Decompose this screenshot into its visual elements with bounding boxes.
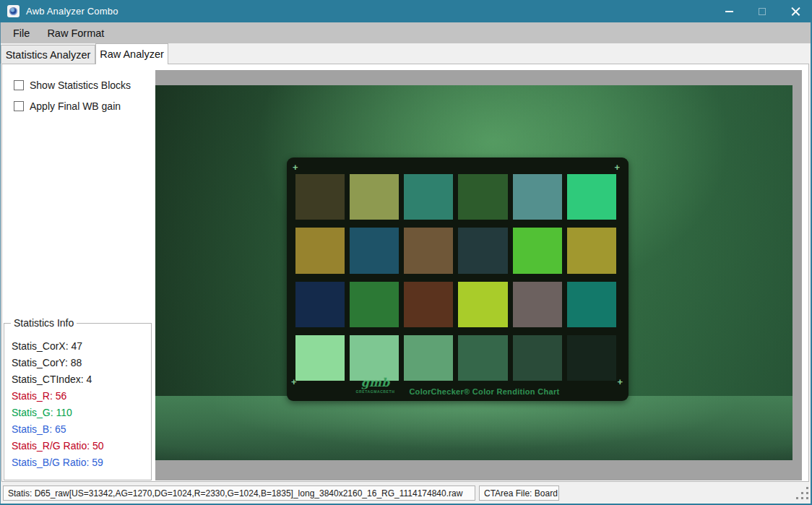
raw-image: + + + + gmbGRETAGMACBETH ColorChecker® C… (155, 85, 792, 460)
tabstrip: Statistics Analyzer Raw Analyzer (0, 43, 812, 64)
color-patch (567, 335, 616, 381)
raw-image-viewport: + + + + gmbGRETAGMACBETH ColorChecker® C… (155, 70, 802, 480)
color-patch (513, 282, 562, 327)
color-patch (350, 228, 399, 273)
gmb-logo: gmbGRETAGMACBETH (356, 379, 395, 396)
maximize-icon (759, 8, 766, 15)
app-window: Awb Analyzer Combo File Raw Format Stati… (0, 0, 812, 505)
crosshair-icon: + (293, 165, 298, 171)
color-patch (295, 282, 345, 327)
color-patch (295, 174, 345, 220)
resize-grip[interactable] (796, 487, 798, 489)
statusbar: Statis: D65_raw[US=31342,AG=1270,DG=1024… (0, 483, 812, 504)
close-icon (791, 7, 800, 16)
color-patch (404, 228, 453, 273)
colorchecker-board: + + + + gmbGRETAGMACBETH ColorChecker® C… (287, 157, 629, 401)
photo-floor (155, 396, 792, 460)
checkbox-row-show-statistics-blocks[interactable]: Show Statistics Blocks (14, 79, 131, 91)
stat-rg-ratio: Statis_R/G Ratio: 50 (12, 438, 104, 454)
color-patch (513, 335, 562, 381)
app-icon (7, 5, 20, 17)
color-patch (350, 174, 399, 220)
color-patch (513, 174, 562, 220)
tab-statistics-analyzer[interactable]: Statistics Analyzer (1, 45, 95, 64)
stat-b: Statis_B: 65 (12, 421, 104, 438)
color-patch (458, 174, 507, 220)
show-statistics-blocks-checkbox[interactable] (14, 80, 24, 90)
stat-ctindex: Statis_CTIndex: 4 (12, 371, 104, 388)
color-patch (567, 174, 616, 220)
stat-g: Statis_G: 110 (12, 405, 104, 421)
board-caption: gmbGRETAGMACBETH ColorChecker® Color Ren… (287, 379, 629, 396)
stat-corx: Statis_CorX: 47 (12, 338, 104, 355)
titlebar: Awb Analyzer Combo (0, 0, 812, 22)
apply-final-wb-gain-checkbox[interactable] (14, 101, 24, 111)
color-patch (350, 335, 399, 381)
color-patch (458, 228, 507, 273)
stat-r: Statis_R: 56 (12, 388, 104, 405)
statistics-info-groupbox: Statistics Info Statis_CorX: 47 Statis_C… (4, 323, 152, 480)
color-patch (404, 282, 453, 327)
color-patch (567, 282, 616, 327)
color-patch (513, 228, 562, 273)
color-patch (567, 228, 616, 273)
checkbox-row-apply-final-wb-gain[interactable]: Apply Final WB gain (14, 100, 121, 112)
color-patch (458, 282, 507, 327)
minimize-icon (725, 11, 733, 12)
crosshair-icon: + (614, 165, 620, 171)
status-ctarea-file: CTArea File: Board (479, 485, 559, 501)
color-patch (458, 335, 507, 381)
color-patch (404, 335, 453, 381)
menu-file[interactable]: File (4, 22, 38, 43)
window-border-left (0, 22, 1, 505)
stat-bg-ratio: Statis_B/G Ratio: 59 (12, 454, 104, 471)
close-button[interactable] (779, 0, 812, 22)
statistics-list: Statis_CorX: 47 Statis_CorY: 88 Statis_C… (12, 338, 104, 471)
gretagmacbeth-label: GRETAGMACBETH (356, 387, 395, 396)
minimize-button[interactable] (712, 0, 746, 22)
colorchecker-title: ColorChecker® Color Rendition Chart (409, 387, 559, 396)
window-controls (712, 0, 812, 22)
color-patch (350, 282, 399, 327)
menu-raw-format[interactable]: Raw Format (38, 22, 113, 43)
maximize-button[interactable] (746, 0, 779, 22)
show-statistics-blocks-label: Show Statistics Blocks (30, 79, 131, 91)
menubar: File Raw Format (0, 22, 812, 43)
apply-final-wb-gain-label: Apply Final WB gain (30, 100, 121, 112)
color-patch (295, 228, 345, 273)
color-patch (295, 335, 345, 381)
status-statis-file: Statis: D65_raw[US=31342,AG=1270,DG=1024… (3, 485, 475, 501)
colorchecker-patch-grid (295, 174, 616, 381)
stat-cory: Statis_CorY: 88 (12, 355, 104, 371)
app-icon-swirl (9, 7, 17, 15)
tab-raw-analyzer[interactable]: Raw Analyzer (95, 43, 168, 64)
color-patch (404, 174, 453, 220)
statistics-info-title: Statistics Info (11, 317, 77, 329)
window-title: Awb Analyzer Combo (26, 6, 118, 17)
